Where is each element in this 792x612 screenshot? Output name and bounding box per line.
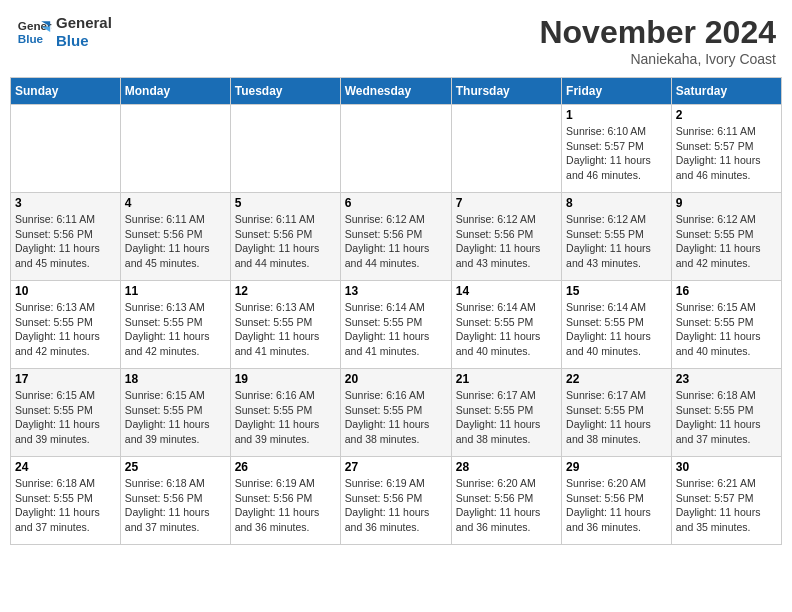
calendar-cell: 12Sunrise: 6:13 AM Sunset: 5:55 PM Dayli… <box>230 281 340 369</box>
weekday-header-monday: Monday <box>120 78 230 105</box>
calendar-week-1: 1Sunrise: 6:10 AM Sunset: 5:57 PM Daylig… <box>11 105 782 193</box>
weekday-header-wednesday: Wednesday <box>340 78 451 105</box>
calendar-cell: 5Sunrise: 6:11 AM Sunset: 5:56 PM Daylig… <box>230 193 340 281</box>
weekday-header-tuesday: Tuesday <box>230 78 340 105</box>
calendar-cell: 22Sunrise: 6:17 AM Sunset: 5:55 PM Dayli… <box>562 369 672 457</box>
day-number: 17 <box>15 372 116 386</box>
day-number: 6 <box>345 196 447 210</box>
day-number: 20 <box>345 372 447 386</box>
weekday-header-thursday: Thursday <box>451 78 561 105</box>
day-number: 5 <box>235 196 336 210</box>
weekday-header-sunday: Sunday <box>11 78 121 105</box>
calendar-cell <box>340 105 451 193</box>
calendar-week-2: 3Sunrise: 6:11 AM Sunset: 5:56 PM Daylig… <box>11 193 782 281</box>
cell-info: Sunrise: 6:12 AM Sunset: 5:55 PM Dayligh… <box>676 212 777 271</box>
calendar-cell: 30Sunrise: 6:21 AM Sunset: 5:57 PM Dayli… <box>671 457 781 545</box>
day-number: 16 <box>676 284 777 298</box>
cell-info: Sunrise: 6:11 AM Sunset: 5:56 PM Dayligh… <box>15 212 116 271</box>
calendar-cell <box>230 105 340 193</box>
day-number: 23 <box>676 372 777 386</box>
calendar-cell: 26Sunrise: 6:19 AM Sunset: 5:56 PM Dayli… <box>230 457 340 545</box>
cell-info: Sunrise: 6:10 AM Sunset: 5:57 PM Dayligh… <box>566 124 667 183</box>
svg-text:Blue: Blue <box>18 32 44 45</box>
cell-info: Sunrise: 6:16 AM Sunset: 5:55 PM Dayligh… <box>345 388 447 447</box>
weekday-header-row: SundayMondayTuesdayWednesdayThursdayFrid… <box>11 78 782 105</box>
page-header: General Blue General Blue November 2024 … <box>10 10 782 71</box>
cell-info: Sunrise: 6:14 AM Sunset: 5:55 PM Dayligh… <box>566 300 667 359</box>
calendar-cell: 8Sunrise: 6:12 AM Sunset: 5:55 PM Daylig… <box>562 193 672 281</box>
calendar-week-3: 10Sunrise: 6:13 AM Sunset: 5:55 PM Dayli… <box>11 281 782 369</box>
calendar-cell <box>120 105 230 193</box>
day-number: 25 <box>125 460 226 474</box>
calendar-week-5: 24Sunrise: 6:18 AM Sunset: 5:55 PM Dayli… <box>11 457 782 545</box>
calendar-cell: 13Sunrise: 6:14 AM Sunset: 5:55 PM Dayli… <box>340 281 451 369</box>
day-number: 12 <box>235 284 336 298</box>
day-number: 14 <box>456 284 557 298</box>
calendar-cell: 10Sunrise: 6:13 AM Sunset: 5:55 PM Dayli… <box>11 281 121 369</box>
cell-info: Sunrise: 6:15 AM Sunset: 5:55 PM Dayligh… <box>676 300 777 359</box>
cell-info: Sunrise: 6:18 AM Sunset: 5:55 PM Dayligh… <box>15 476 116 535</box>
logo-icon: General Blue <box>16 14 52 50</box>
cell-info: Sunrise: 6:20 AM Sunset: 5:56 PM Dayligh… <box>456 476 557 535</box>
day-number: 7 <box>456 196 557 210</box>
logo: General Blue General Blue <box>16 14 112 50</box>
calendar-cell: 15Sunrise: 6:14 AM Sunset: 5:55 PM Dayli… <box>562 281 672 369</box>
calendar-cell <box>451 105 561 193</box>
day-number: 18 <box>125 372 226 386</box>
day-number: 28 <box>456 460 557 474</box>
calendar-cell <box>11 105 121 193</box>
calendar-cell: 17Sunrise: 6:15 AM Sunset: 5:55 PM Dayli… <box>11 369 121 457</box>
calendar-cell: 20Sunrise: 6:16 AM Sunset: 5:55 PM Dayli… <box>340 369 451 457</box>
cell-info: Sunrise: 6:17 AM Sunset: 5:55 PM Dayligh… <box>566 388 667 447</box>
day-number: 15 <box>566 284 667 298</box>
calendar-cell: 3Sunrise: 6:11 AM Sunset: 5:56 PM Daylig… <box>11 193 121 281</box>
cell-info: Sunrise: 6:11 AM Sunset: 5:56 PM Dayligh… <box>125 212 226 271</box>
calendar-cell: 4Sunrise: 6:11 AM Sunset: 5:56 PM Daylig… <box>120 193 230 281</box>
cell-info: Sunrise: 6:19 AM Sunset: 5:56 PM Dayligh… <box>235 476 336 535</box>
logo-general: General <box>56 14 112 32</box>
calendar-cell: 11Sunrise: 6:13 AM Sunset: 5:55 PM Dayli… <box>120 281 230 369</box>
day-number: 2 <box>676 108 777 122</box>
weekday-header-saturday: Saturday <box>671 78 781 105</box>
calendar-cell: 24Sunrise: 6:18 AM Sunset: 5:55 PM Dayli… <box>11 457 121 545</box>
cell-info: Sunrise: 6:11 AM Sunset: 5:56 PM Dayligh… <box>235 212 336 271</box>
cell-info: Sunrise: 6:21 AM Sunset: 5:57 PM Dayligh… <box>676 476 777 535</box>
svg-text:General: General <box>18 19 52 32</box>
cell-info: Sunrise: 6:16 AM Sunset: 5:55 PM Dayligh… <box>235 388 336 447</box>
cell-info: Sunrise: 6:14 AM Sunset: 5:55 PM Dayligh… <box>345 300 447 359</box>
logo-blue: Blue <box>56 32 112 50</box>
calendar-table: SundayMondayTuesdayWednesdayThursdayFrid… <box>10 77 782 545</box>
day-number: 19 <box>235 372 336 386</box>
calendar-cell: 19Sunrise: 6:16 AM Sunset: 5:55 PM Dayli… <box>230 369 340 457</box>
day-number: 27 <box>345 460 447 474</box>
day-number: 9 <box>676 196 777 210</box>
cell-info: Sunrise: 6:12 AM Sunset: 5:56 PM Dayligh… <box>345 212 447 271</box>
cell-info: Sunrise: 6:19 AM Sunset: 5:56 PM Dayligh… <box>345 476 447 535</box>
calendar-cell: 2Sunrise: 6:11 AM Sunset: 5:57 PM Daylig… <box>671 105 781 193</box>
cell-info: Sunrise: 6:13 AM Sunset: 5:55 PM Dayligh… <box>235 300 336 359</box>
calendar-cell: 6Sunrise: 6:12 AM Sunset: 5:56 PM Daylig… <box>340 193 451 281</box>
calendar-cell: 28Sunrise: 6:20 AM Sunset: 5:56 PM Dayli… <box>451 457 561 545</box>
cell-info: Sunrise: 6:13 AM Sunset: 5:55 PM Dayligh… <box>15 300 116 359</box>
day-number: 8 <box>566 196 667 210</box>
location: Naniekaha, Ivory Coast <box>539 51 776 67</box>
day-number: 30 <box>676 460 777 474</box>
month-year: November 2024 <box>539 14 776 51</box>
cell-info: Sunrise: 6:11 AM Sunset: 5:57 PM Dayligh… <box>676 124 777 183</box>
calendar-cell: 9Sunrise: 6:12 AM Sunset: 5:55 PM Daylig… <box>671 193 781 281</box>
day-number: 1 <box>566 108 667 122</box>
day-number: 26 <box>235 460 336 474</box>
cell-info: Sunrise: 6:15 AM Sunset: 5:55 PM Dayligh… <box>125 388 226 447</box>
calendar-cell: 1Sunrise: 6:10 AM Sunset: 5:57 PM Daylig… <box>562 105 672 193</box>
cell-info: Sunrise: 6:18 AM Sunset: 5:56 PM Dayligh… <box>125 476 226 535</box>
calendar-cell: 27Sunrise: 6:19 AM Sunset: 5:56 PM Dayli… <box>340 457 451 545</box>
calendar-cell: 16Sunrise: 6:15 AM Sunset: 5:55 PM Dayli… <box>671 281 781 369</box>
day-number: 11 <box>125 284 226 298</box>
day-number: 24 <box>15 460 116 474</box>
calendar-cell: 29Sunrise: 6:20 AM Sunset: 5:56 PM Dayli… <box>562 457 672 545</box>
cell-info: Sunrise: 6:18 AM Sunset: 5:55 PM Dayligh… <box>676 388 777 447</box>
cell-info: Sunrise: 6:12 AM Sunset: 5:55 PM Dayligh… <box>566 212 667 271</box>
day-number: 29 <box>566 460 667 474</box>
day-number: 22 <box>566 372 667 386</box>
cell-info: Sunrise: 6:14 AM Sunset: 5:55 PM Dayligh… <box>456 300 557 359</box>
